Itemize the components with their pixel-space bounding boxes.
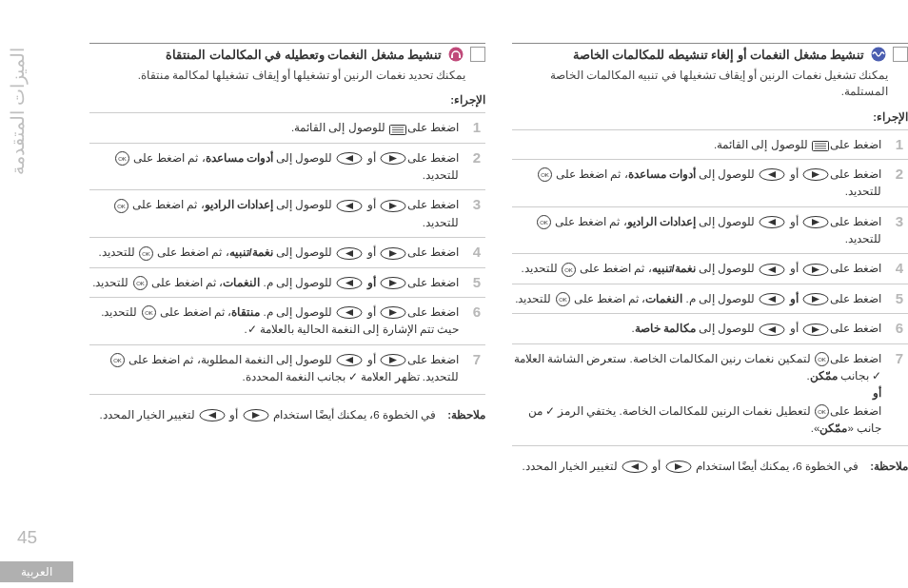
check-icon: ✓ bbox=[247, 323, 257, 335]
ok-button-icon bbox=[815, 352, 829, 366]
left-button-icon bbox=[336, 354, 363, 366]
note-text: في الخطوة 6، يمكنك أيضًا استخدام أو لتغي… bbox=[522, 458, 859, 475]
right-button-icon bbox=[243, 409, 269, 421]
step-row: 7 اضغط على لتمكين نغمات رنين المكالمات ا… bbox=[512, 343, 908, 443]
step-number: 1 bbox=[468, 119, 485, 135]
ok-button-icon bbox=[114, 199, 128, 213]
left-button-icon bbox=[336, 277, 363, 289]
right-button-icon bbox=[380, 200, 406, 212]
ok-button-icon bbox=[538, 167, 552, 182]
sidebar-title: الميزات المتقدمة bbox=[8, 48, 29, 175]
step-text: اضغط على أو للوصول إلى أدوات مساعدة، ثم … bbox=[89, 149, 459, 185]
step-row: 5 اضغط على أو للوصول إلى م. النغمات، ثم … bbox=[89, 267, 485, 297]
step-number: 3 bbox=[468, 196, 485, 212]
step-text: اضغط على أو للوصول إلى م. منتقاة، ثم اضغ… bbox=[89, 304, 459, 339]
step-row: 1 اضغط على للوصول إلى القائمة. bbox=[89, 112, 485, 142]
step-text: اضغط على للوصول إلى القائمة. bbox=[89, 119, 459, 136]
step-row: 4 اضغط على أو للوصول إلى نغمة/تنبيه، ثم … bbox=[89, 237, 485, 266]
step-text: اضغط على أو للوصول إلى مكالمة خاصة. bbox=[512, 320, 881, 337]
checkbox-icon bbox=[470, 47, 485, 62]
svg-rect-11 bbox=[459, 55, 461, 58]
menu-button-icon bbox=[389, 125, 406, 135]
step-row: 6 اضغط على أو للوصول إلى مكالمة خاصة. bbox=[512, 313, 908, 343]
step-text: اضغط على أو للوصول إلى النغمة المطلوبة، … bbox=[89, 351, 459, 386]
step-row: 4 اضغط على أو للوصول إلى نغمة/تنبيه، ثم … bbox=[512, 253, 908, 283]
left-button-icon bbox=[199, 409, 226, 421]
ok-button-icon bbox=[815, 404, 829, 419]
ok-button-icon bbox=[139, 246, 153, 261]
step-number: 5 bbox=[891, 290, 908, 306]
right-button-icon bbox=[380, 354, 406, 366]
ok-button-icon bbox=[556, 292, 570, 306]
section-title: تنشيط مشغل النغمات أو إلغاء تنشيطه للمكا… bbox=[573, 48, 864, 62]
step-number: 7 bbox=[891, 350, 908, 366]
note-label: ملاحظة: bbox=[870, 458, 908, 475]
svg-rect-10 bbox=[451, 55, 453, 58]
step-row: 7 اضغط على أو للوصول إلى النغمة المطلوبة… bbox=[89, 344, 485, 392]
step-number: 3 bbox=[891, 213, 908, 229]
left-column: تنشيط مشغل النغمات وتعطيله في المكالمات … bbox=[89, 43, 485, 557]
step-row: 6 اضغط على أو للوصول إلى م. منتقاة، ثم ا… bbox=[89, 297, 485, 344]
left-button-icon bbox=[336, 247, 363, 260]
page-number: 45 bbox=[17, 527, 37, 548]
step-number: 4 bbox=[468, 244, 485, 260]
ok-button-icon bbox=[537, 215, 551, 229]
section-header: تنشيط مشغل النغمات وتعطيله في المكالمات … bbox=[89, 43, 485, 62]
right-button-icon bbox=[380, 306, 406, 319]
left-button-icon bbox=[759, 293, 785, 305]
step-number: 7 bbox=[468, 351, 485, 367]
note: ملاحظة: في الخطوة 6، يمكنك أيضًا استخدام… bbox=[512, 452, 908, 480]
step-text: اضغط على أو للوصول إلى نغمة/تنبيه، ثم اض… bbox=[89, 244, 459, 261]
right-button-icon bbox=[802, 323, 829, 336]
right-button-icon bbox=[802, 216, 829, 228]
section-title: تنشيط مشغل النغمات وتعطيله في المكالمات … bbox=[166, 48, 442, 62]
left-button-icon bbox=[336, 200, 363, 212]
step-number: 4 bbox=[891, 260, 908, 276]
step-row: 2 اضغط على أو للوصول إلى أدوات مساعدة، ث… bbox=[89, 143, 485, 190]
note: ملاحظة: في الخطوة 6، يمكنك أيضًا استخدام… bbox=[89, 401, 485, 429]
right-button-icon bbox=[665, 461, 692, 473]
step-text: اضغط على أو للوصول إلى إعدادات الراديو، … bbox=[89, 196, 459, 231]
step-text: اضغط على أو للوصول إلى إعدادات الراديو، … bbox=[512, 213, 881, 248]
note-text: في الخطوة 6، يمكنك أيضًا استخدام أو لتغي… bbox=[99, 406, 436, 423]
check-icon: ✓ bbox=[545, 405, 555, 417]
ok-button-icon bbox=[115, 151, 129, 166]
left-button-icon bbox=[336, 306, 363, 319]
step-text: اضغط على لتمكين نغمات رنين المكالمات الخ… bbox=[512, 350, 881, 438]
section-desc: يمكنك تشغيل نغمات الرنين أو إيقاف تشغيله… bbox=[512, 68, 888, 101]
procedure-label: الإجراء: bbox=[89, 93, 485, 107]
menu-button-icon bbox=[812, 141, 829, 151]
left-button-icon bbox=[759, 264, 785, 276]
step-number: 6 bbox=[468, 304, 485, 320]
step-text: اضغط على أو للوصول إلى أدوات مساعدة، ثم … bbox=[512, 166, 881, 201]
check-icon: ✓ bbox=[872, 370, 881, 382]
ok-button-icon bbox=[142, 305, 156, 320]
step-number: 5 bbox=[468, 274, 485, 290]
left-button-icon bbox=[759, 216, 785, 228]
step-text: اضغط على أو للوصول إلى م. النغمات، ثم اض… bbox=[89, 274, 459, 291]
headphones-icon bbox=[448, 47, 464, 62]
language-tab: العربية bbox=[0, 561, 73, 582]
ok-button-icon bbox=[133, 276, 148, 290]
step-number: 1 bbox=[891, 136, 908, 152]
right-button-icon bbox=[380, 152, 406, 165]
ok-button-icon bbox=[562, 263, 576, 277]
step-text: اضغط على أو للوصول إلى م. النغمات، ثم اض… bbox=[512, 290, 881, 307]
step-text: اضغط على للوصول إلى القائمة. bbox=[512, 136, 881, 153]
step-number: 2 bbox=[891, 166, 908, 182]
ok-button-icon bbox=[110, 353, 125, 367]
section-header: تنشيط مشغل النغمات أو إلغاء تنشيطه للمكا… bbox=[512, 43, 908, 62]
step-number: 2 bbox=[468, 149, 485, 166]
section-desc: يمكنك تحديد نغمات الرنين أو تشغيلها أو إ… bbox=[89, 68, 465, 84]
right-button-icon bbox=[380, 247, 406, 260]
step-row: 1 اضغط على للوصول إلى القائمة. bbox=[512, 129, 908, 159]
wave-icon bbox=[871, 47, 886, 62]
svg-point-9 bbox=[449, 48, 464, 62]
step-number: 6 bbox=[891, 320, 908, 336]
step-text: اضغط على أو للوصول إلى نغمة/تنبيه، ثم اض… bbox=[512, 260, 881, 277]
step-row: 5 اضغط على أو للوصول إلى م. النغمات، ثم … bbox=[512, 284, 908, 313]
left-button-icon bbox=[759, 168, 785, 181]
right-column: تنشيط مشغل النغمات أو إلغاء تنشيطه للمكا… bbox=[512, 43, 908, 557]
check-icon: ✓ bbox=[348, 371, 358, 382]
checkbox-icon bbox=[893, 47, 908, 62]
